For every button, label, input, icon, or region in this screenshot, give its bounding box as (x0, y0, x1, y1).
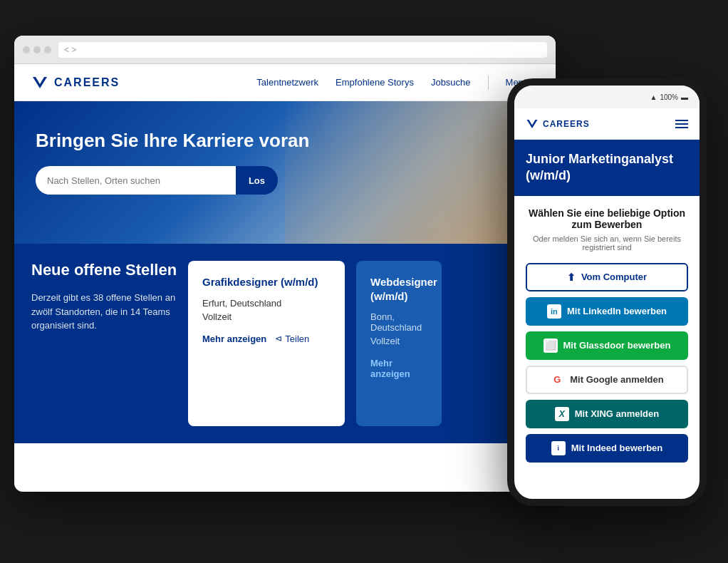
apply-linkedin-label: Mit LinkedIn bewerben (567, 306, 667, 316)
browser-chrome: < > (14, 36, 556, 64)
upload-icon: ⬆ (567, 272, 576, 283)
job-card-2-more-link[interactable]: Mehr anzeigen (370, 358, 427, 379)
logo-area: CAREERS (31, 74, 120, 91)
phone-nav: CAREERS (514, 108, 700, 140)
search-bar: Los (36, 166, 278, 195)
browser-dots (23, 46, 51, 53)
job-cards-container: Grafikdesigner (w/m/d) Erfurt, Deutschla… (188, 261, 539, 426)
nav-talentnetzwerk[interactable]: Talentnetzwerk (256, 77, 318, 88)
apply-google-label: Mit Google anmelden (570, 374, 663, 385)
nav-jobsuche[interactable]: Jobsuche (431, 77, 471, 88)
hero-section: Bringen Sie Ihre Karriere voran Los (14, 101, 556, 244)
hamburger-line-1 (675, 120, 688, 121)
browser-dot-red (23, 46, 30, 53)
site-logo-text: CAREERS (54, 76, 120, 89)
apply-heading: Wählen Sie eine beliebige Option zum Bew… (526, 207, 688, 230)
hamburger-line-2 (675, 123, 688, 125)
phone-job-header: Junior Marketinganalyst (w/m/d) (514, 140, 700, 196)
job-card-1-type: Vollzeit (202, 311, 331, 322)
apply-indeed-label: Mit Indeed bewerben (571, 443, 663, 453)
hamburger-line-3 (675, 127, 688, 128)
browser-dot-green (44, 46, 51, 53)
apply-computer-label: Vom Computer (581, 272, 647, 282)
jobs-section-title: Neue offene Stellen (31, 261, 188, 279)
job-card-2-title: Webdesigner (w/m/d) (370, 275, 427, 303)
hero-title: Bringen Sie Ihre Karriere voran (36, 130, 321, 152)
apply-linkedin-button[interactable]: in Mit LinkedIn bewerben (526, 297, 688, 326)
apply-glassdoor-button[interactable]: ⬜ Mit Glassdoor bewerben (526, 331, 688, 360)
nav-divider (488, 76, 489, 90)
apply-xing-button[interactable]: X Mit XING anmelden (526, 400, 688, 428)
glassdoor-icon: ⬜ (544, 339, 558, 353)
share-icon: ⊲ (275, 334, 282, 344)
jobs-intro: Neue offene Stellen Derzeit gibt es 38 o… (31, 261, 188, 426)
job-card-1-actions: Mehr anzeigen ⊲ Teilen (202, 334, 331, 344)
hamburger-menu-icon[interactable] (675, 120, 688, 128)
jobs-description: Derzeit gibt es 38 offene Stellen an zwö… (31, 291, 188, 333)
nav-links: Talentnetzwerk Empfohlene Storys Jobsuch… (256, 76, 539, 90)
jobs-section: Neue offene Stellen Derzeit gibt es 38 o… (14, 244, 556, 443)
apply-computer-button[interactable]: ⬆ Vom Computer (526, 263, 688, 291)
browser-window: < > CAREERS Talentnetzwerk Empfohlene St… (14, 36, 556, 492)
phone-job-title: Junior Marketinganalyst (w/m/d) (526, 151, 688, 185)
job-card-1-title: Grafikdesigner (w/m/d) (202, 275, 331, 289)
battery-icon: ▬ (681, 93, 688, 101)
mobile-phone: ▲ 100% ▬ CAREERS Junior Marketinganalyst… (507, 78, 707, 506)
google-icon: G (550, 373, 564, 387)
job-card-2-actions: Mehr anzeigen (370, 358, 427, 379)
browser-addressbar: < > (58, 42, 547, 58)
apply-section: Wählen Sie eine beliebige Option zum Bew… (514, 196, 700, 480)
wifi-icon: ▲ (650, 93, 657, 101)
xing-icon: X (555, 407, 569, 421)
phone-status-right: ▲ 100% ▬ (650, 93, 688, 101)
search-button[interactable]: Los (236, 166, 278, 195)
apply-indeed-button[interactable]: i Mit Indeed bewerben (526, 434, 688, 463)
apply-google-button[interactable]: G Mit Google anmelden (526, 366, 688, 394)
apply-subtext: Oder melden Sie sich an, wenn Sie bereit… (526, 234, 688, 252)
indeed-icon: i (551, 441, 566, 455)
search-input[interactable] (36, 166, 236, 195)
job-card-1: Grafikdesigner (w/m/d) Erfurt, Deutschla… (188, 261, 345, 426)
linkedin-icon: in (547, 304, 561, 319)
apply-glassdoor-label: Mit Glassdoor bewerben (563, 340, 671, 351)
site-nav: CAREERS Talentnetzwerk Empfohlene Storys… (14, 64, 556, 101)
job-card-1-share[interactable]: ⊲ Teilen (275, 334, 309, 344)
phone-logo-icon (526, 118, 539, 130)
apply-xing-label: Mit XING anmelden (575, 408, 659, 419)
nav-arrows-icon: < > (64, 45, 76, 55)
battery-text: 100% (660, 93, 678, 101)
phone-logo-area: CAREERS (526, 118, 590, 130)
job-card-1-more-link[interactable]: Mehr anzeigen (202, 334, 266, 344)
logo-icon (31, 74, 48, 91)
job-card-2-type: Vollzeit (370, 336, 427, 346)
phone-status-bar: ▲ 100% ▬ (514, 86, 700, 108)
job-card-2: Webdesigner (w/m/d) Bonn, Deutschland Vo… (356, 261, 442, 426)
nav-empfohlene[interactable]: Empfohlene Storys (336, 77, 414, 88)
job-card-2-location: Bonn, Deutschland (370, 311, 427, 333)
browser-dot-yellow (33, 46, 41, 53)
phone-logo-text: CAREERS (543, 119, 590, 129)
job-card-1-location: Erfurt, Deutschland (202, 298, 331, 309)
